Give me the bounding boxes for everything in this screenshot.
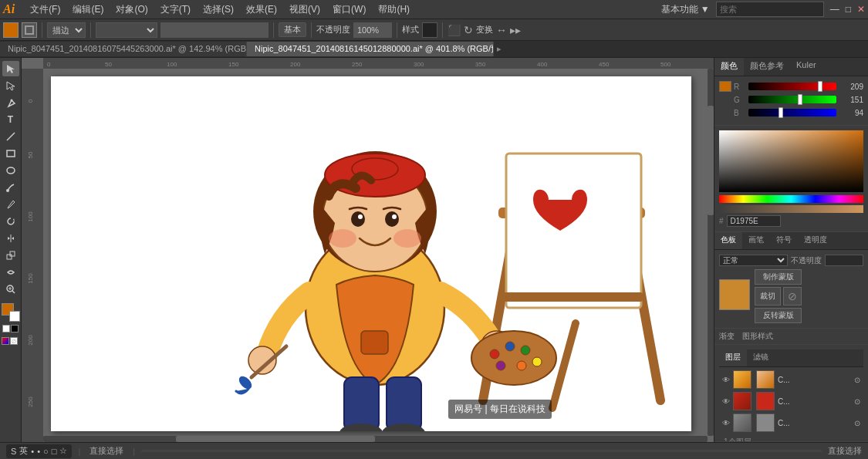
fill-swatch[interactable] bbox=[3, 22, 19, 38]
layer-1-lock[interactable]: ⊙ bbox=[854, 376, 860, 384]
alpha-bar[interactable] bbox=[719, 205, 863, 213]
tab-transparency[interactable]: 透明度 bbox=[798, 232, 833, 249]
style-swatch[interactable] bbox=[422, 22, 437, 38]
layer-3-eye[interactable]: 👁 bbox=[722, 419, 730, 427]
color-swatches[interactable] bbox=[2, 303, 20, 322]
make-mask-btn[interactable]: 制作蒙版 bbox=[755, 269, 802, 285]
layer-1-name[interactable]: C... bbox=[778, 376, 851, 384]
window-minimize-btn[interactable]: — bbox=[830, 4, 839, 15]
layer-row-1[interactable]: 👁 C... ⊙ bbox=[721, 369, 862, 390]
tab-symbol[interactable]: 符号 bbox=[770, 232, 798, 249]
bottom-tool-dot1[interactable]: • bbox=[31, 447, 34, 456]
layer-2-lock[interactable]: ⊙ bbox=[854, 397, 860, 406]
transform-icon[interactable]: ⬛ bbox=[448, 24, 461, 36]
rect-tool[interactable] bbox=[2, 146, 19, 161]
b-slider[interactable] bbox=[748, 109, 836, 116]
blend-mode-select[interactable]: 正常 bbox=[719, 255, 788, 266]
menu-view[interactable]: 视图(V) bbox=[283, 2, 326, 18]
layer-row-2[interactable]: 👁 C... ⊙ bbox=[721, 390, 862, 412]
direct-select-tool[interactable] bbox=[2, 78, 19, 93]
canvas-area[interactable]: 0 50 100 150 200 250 300 350 400 450 500… bbox=[22, 58, 714, 442]
stroke-weight-input[interactable] bbox=[160, 22, 269, 38]
warp-tool[interactable] bbox=[2, 265, 19, 280]
canvas[interactable] bbox=[51, 76, 691, 431]
layer-2-name[interactable]: C... bbox=[778, 397, 851, 406]
window-maximize-btn[interactable]: □ bbox=[846, 4, 851, 15]
r-slider[interactable] bbox=[748, 83, 836, 90]
h-scrollbar[interactable] bbox=[43, 436, 708, 442]
g-thumb[interactable] bbox=[798, 94, 802, 105]
menu-select[interactable]: 选择(S) bbox=[197, 2, 240, 18]
reflect-tool[interactable] bbox=[2, 231, 19, 246]
stroke-type-select[interactable]: 描边 bbox=[47, 22, 86, 38]
flip-icon[interactable]: ↔ bbox=[496, 24, 507, 36]
bottom-tool-rect[interactable]: □ bbox=[52, 447, 57, 456]
stroke-swatch[interactable] bbox=[22, 22, 37, 38]
v-scrollbar-thumb[interactable] bbox=[708, 106, 714, 216]
tab-1[interactable]: Nipic_8047451_20140816075445263000.ai* @… bbox=[0, 42, 247, 56]
type-tool[interactable]: T bbox=[2, 112, 19, 127]
rotate-icon[interactable]: ↻ bbox=[464, 24, 473, 36]
line-tool[interactable] bbox=[2, 129, 19, 144]
gradient-mode[interactable] bbox=[2, 337, 9, 345]
white-mode[interactable] bbox=[2, 325, 10, 332]
black-mode[interactable] bbox=[11, 325, 19, 332]
brush-select[interactable] bbox=[96, 22, 157, 38]
menu-effect[interactable]: 效果(E) bbox=[240, 2, 283, 18]
bottom-tool-s[interactable]: S bbox=[11, 447, 16, 456]
none-mode[interactable]: ∅ bbox=[10, 337, 18, 345]
hue-bar[interactable] bbox=[719, 195, 863, 203]
pen-tool[interactable] bbox=[2, 95, 19, 110]
tab-color[interactable]: 颜色 bbox=[714, 58, 744, 76]
window-close-btn[interactable]: ✕ bbox=[857, 4, 865, 15]
bg-color[interactable] bbox=[9, 311, 20, 322]
more-icon[interactable]: ▸▸ bbox=[510, 24, 521, 36]
color-gradient[interactable] bbox=[719, 130, 863, 192]
pencil-tool[interactable] bbox=[2, 197, 19, 212]
tab-layer[interactable]: 图层 bbox=[719, 349, 747, 366]
opacity-input[interactable]: 100% bbox=[825, 255, 863, 266]
tab-brush[interactable]: 画笔 bbox=[742, 232, 770, 249]
swatch-preview[interactable] bbox=[719, 279, 750, 310]
r-thumb[interactable] bbox=[818, 81, 822, 92]
tab-kuler[interactable]: Kuler bbox=[790, 58, 822, 76]
scale-tool[interactable] bbox=[2, 248, 19, 263]
tab-2[interactable]: Nipic_8047451_20140816145012880000.ai* @… bbox=[247, 42, 494, 56]
layer-3-name[interactable]: C... bbox=[778, 419, 851, 427]
r-swatch[interactable] bbox=[719, 81, 731, 92]
reverse-btn[interactable]: 反转蒙版 bbox=[755, 308, 802, 323]
menu-help[interactable]: 帮助(H) bbox=[372, 2, 416, 18]
workspace-label: 基本功能 ▼ bbox=[661, 3, 710, 16]
menu-object[interactable]: 对象(O) bbox=[110, 2, 154, 18]
layer-2-eye[interactable]: 👁 bbox=[722, 397, 730, 406]
select-tool[interactable] bbox=[2, 61, 19, 76]
menu-file[interactable]: 文件(F) bbox=[24, 2, 66, 18]
hex-input[interactable] bbox=[727, 215, 781, 227]
brush-tool[interactable] bbox=[2, 180, 19, 195]
scroll-tab-right[interactable]: ▸ bbox=[497, 44, 502, 54]
tab-filter[interactable]: 滤镜 bbox=[747, 349, 775, 366]
v-scrollbar[interactable] bbox=[708, 69, 714, 436]
g-slider[interactable] bbox=[748, 96, 836, 103]
menu-text[interactable]: 文字(T) bbox=[154, 2, 197, 18]
no-btn[interactable]: ⊘ bbox=[783, 287, 802, 305]
cut-btn[interactable]: 裁切 bbox=[755, 287, 781, 305]
bottom-tool-dot2[interactable]: • bbox=[37, 447, 40, 456]
b-thumb[interactable] bbox=[778, 107, 783, 118]
h-scrollbar-thumb[interactable] bbox=[176, 436, 375, 442]
bottom-tool-lang[interactable]: 英 bbox=[19, 445, 28, 457]
menu-window[interactable]: 窗口(W) bbox=[326, 2, 372, 18]
layer-row-3[interactable]: 👁 C... ⊙ bbox=[721, 412, 862, 434]
opacity-input[interactable]: 100% bbox=[353, 22, 392, 38]
menu-edit[interactable]: 编辑(E) bbox=[66, 2, 110, 18]
search-input[interactable] bbox=[716, 2, 824, 17]
bottom-tool-circle[interactable]: ○ bbox=[43, 447, 49, 456]
layer-3-lock[interactable]: ⊙ bbox=[854, 419, 860, 427]
tab-swatch[interactable]: 色板 bbox=[714, 232, 742, 249]
ellipse-tool[interactable] bbox=[2, 163, 19, 178]
bottom-tool-star[interactable]: ☆ bbox=[59, 446, 67, 456]
zoom-tool[interactable] bbox=[2, 282, 19, 297]
layer-1-eye[interactable]: 👁 bbox=[722, 376, 730, 384]
rotate-tool[interactable] bbox=[2, 214, 19, 229]
tab-color-ref[interactable]: 颜色参考 bbox=[744, 58, 790, 76]
